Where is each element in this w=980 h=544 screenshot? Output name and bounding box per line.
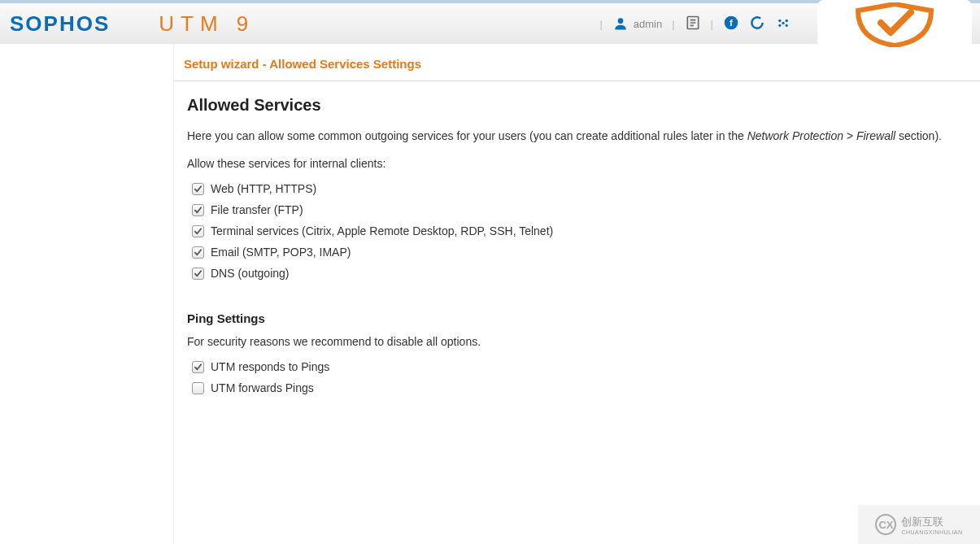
svg-text:f: f [730, 17, 733, 28]
service-checkbox[interactable] [192, 204, 204, 216]
service-checkbox[interactable] [192, 246, 204, 259]
refresh-icon[interactable] [749, 15, 765, 33]
watermark-icon: CX [875, 514, 896, 535]
service-checkbox[interactable] [192, 225, 204, 237]
divider: | [599, 18, 602, 30]
service-row: DNS (outgoing) [192, 263, 970, 284]
status-shield[interactable] [817, 0, 972, 49]
logo-sophos: SOPHOS [10, 11, 110, 37]
ping-option-checkbox[interactable] [192, 382, 204, 394]
svg-point-5 [786, 19, 788, 21]
service-checkbox[interactable] [192, 183, 204, 195]
svg-point-7 [786, 24, 788, 26]
watermark-text: 创新互联 [901, 516, 943, 528]
services-list: Web (HTTP, HTTPS)File transfer (FTP)Term… [187, 178, 970, 284]
service-row: Email (SMTP, POP3, IMAP) [192, 242, 970, 263]
ping-list: UTM responds to PingsUTM forwards Pings [187, 356, 970, 398]
sidebar [0, 44, 174, 544]
service-row: Web (HTTP, HTTPS) [192, 178, 970, 199]
service-label: Web (HTTP, HTTPS) [211, 182, 316, 195]
svg-point-4 [778, 19, 781, 21]
service-label: DNS (outgoing) [211, 267, 290, 280]
description-italic: Network Protection > Firewall [747, 129, 895, 142]
service-checkbox[interactable] [192, 268, 204, 280]
ping-option-label: UTM responds to Pings [211, 360, 329, 373]
content: Setup wizard - Allowed Services Settings… [174, 44, 980, 544]
ping-option-label: UTM forwards Pings [211, 381, 314, 394]
notes-icon[interactable] [685, 15, 701, 33]
service-label: File transfer (FTP) [211, 203, 303, 216]
description-post: section). [895, 129, 942, 142]
service-label: Terminal services (Citrix, Apple Remote … [211, 224, 553, 237]
service-row: Terminal services (Citrix, Apple Remote … [192, 220, 970, 242]
watermark: CX 创新互联 CHUANGXINHULIAN [858, 505, 980, 544]
ping-option-row: UTM responds to Pings [192, 356, 970, 377]
divider: | [711, 18, 713, 30]
content-body: Allowed Services Here you can allow some… [174, 81, 980, 408]
logo-utm: UTM 9 [159, 11, 255, 37]
main-area: Setup wizard - Allowed Services Settings… [0, 44, 980, 544]
help-icon[interactable]: f [723, 15, 739, 33]
service-label: Email (SMTP, POP3, IMAP) [211, 246, 351, 259]
header-bar: SOPHOS UTM 9 | admin | | f [0, 0, 980, 44]
svg-point-8 [782, 21, 784, 24]
svg-point-6 [778, 24, 781, 26]
wizard-title: Setup wizard - Allowed Services Settings [174, 44, 980, 81]
description-pre: Here you can allow some common outgoing … [187, 129, 747, 142]
user-menu[interactable]: admin [612, 15, 662, 32]
ping-option-checkbox[interactable] [192, 361, 204, 373]
user-icon [612, 15, 629, 32]
description: Here you can allow some common outgoing … [187, 128, 968, 144]
divider: | [672, 18, 674, 30]
section-title-allowed-services: Allowed Services [187, 96, 970, 115]
ping-description: For security reasons we recommend to dis… [187, 335, 970, 348]
menu-dots-icon[interactable] [775, 15, 791, 33]
service-row: File transfer (FTP) [192, 199, 970, 220]
svg-point-0 [617, 18, 623, 24]
services-prompt: Allow these services for internal client… [187, 157, 970, 170]
section-title-ping: Ping Settings [187, 311, 970, 325]
user-label: admin [634, 18, 662, 30]
watermark-sub: CHUANGXINHULIAN [901, 529, 962, 535]
ping-option-row: UTM forwards Pings [192, 377, 970, 398]
